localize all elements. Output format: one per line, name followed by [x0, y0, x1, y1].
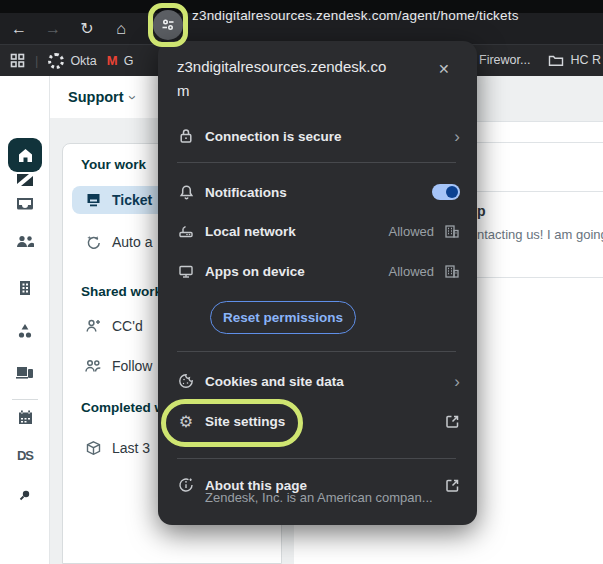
apps-on-device-label: Apps on device — [205, 264, 388, 279]
policy-building-icon — [444, 264, 460, 279]
nav-item-following-label: Follow — [112, 358, 152, 374]
popup-divider — [177, 162, 456, 163]
bookmarks-bar-right: Firewor... HC R — [479, 44, 603, 76]
nav-item-auto-assign-label: Auto a — [112, 234, 152, 250]
nav-item-tickets-label: Ticket — [112, 192, 152, 208]
info-icon — [177, 477, 195, 493]
nav-item-ccd-label: CC'd — [112, 318, 143, 334]
back-icon: ← — [11, 20, 27, 38]
apps-on-device-status: Allowed — [388, 264, 434, 279]
ds-app-icon: DS — [17, 448, 33, 463]
sidebar-item-views[interactable] — [0, 194, 50, 212]
sidebar-item-customers[interactable] — [0, 234, 50, 250]
okta-icon — [48, 53, 64, 69]
person-plus-icon — [84, 318, 102, 334]
zendesk-sidebar: DS — [0, 76, 50, 564]
home-button[interactable]: ⌂ — [106, 16, 136, 42]
bell-icon — [177, 184, 195, 200]
all-bookmarks-button[interactable] — [10, 53, 25, 68]
close-button[interactable]: ✕ — [438, 61, 450, 77]
highlight-ring-site-settings — [161, 399, 303, 447]
toggle-knob — [446, 186, 458, 198]
section-heading-shared-work: Shared work — [81, 284, 162, 299]
policy-building-icon — [444, 224, 460, 239]
connection-secure-row[interactable]: Connection is secure › — [177, 121, 460, 151]
chevron-down-icon: › — [125, 95, 142, 100]
bookmark-gmail-label: G — [124, 54, 134, 68]
bookmarks-separator: | — [35, 53, 38, 68]
cookies-row[interactable]: Cookies and site data › — [177, 366, 460, 396]
bookmark-hc-label: HC R — [570, 53, 601, 67]
popup-divider — [177, 351, 456, 352]
reload-button[interactable]: ↻ — [72, 16, 102, 42]
apps-grid-icon — [10, 53, 25, 68]
sidebar-item-reporting[interactable] — [0, 322, 50, 340]
lock-icon — [177, 128, 195, 144]
local-network-status: Allowed — [388, 224, 434, 239]
forward-button[interactable]: → — [38, 16, 68, 42]
forward-icon: → — [45, 20, 61, 38]
cube-icon — [84, 440, 102, 457]
bookmark-folder-hc[interactable]: HC R — [548, 53, 601, 67]
notifications-toggle[interactable] — [432, 184, 460, 200]
connection-secure-label: Connection is secure — [205, 129, 454, 144]
about-this-page-subtitle: Zendesk, Inc. is an American compan... — [205, 490, 433, 505]
ticket-preview-fragment: ntacting us! I am going to — [477, 227, 603, 242]
section-heading-your-work: Your work — [81, 157, 146, 172]
popup-divider — [177, 458, 456, 459]
section-heading-completed-work: Completed w — [81, 400, 165, 415]
sidebar-item-app-ds[interactable]: DS — [0, 448, 50, 463]
cookies-label: Cookies and site data — [205, 374, 454, 389]
reset-permissions-label: Reset permissions — [223, 310, 343, 325]
folder-icon — [548, 53, 564, 67]
address-bar-url[interactable]: z3ndigitalresources.zendesk.com/agent/ho… — [192, 0, 519, 31]
notifications-label: Notifications — [205, 185, 432, 200]
external-link-icon — [445, 414, 460, 429]
bookmark-okta-label: Okta — [70, 54, 96, 68]
home-filled-icon — [17, 147, 34, 164]
local-network-label: Local network — [205, 224, 388, 239]
local-network-row: Local network Allowed — [177, 216, 460, 246]
people-icon — [84, 358, 102, 374]
sidebar-item-home[interactable] — [8, 138, 42, 172]
reset-permissions-button[interactable]: Reset permissions — [210, 301, 356, 334]
bookmark-gmail[interactable]: M G — [107, 53, 134, 68]
sidebar-item-calendar[interactable] — [0, 409, 50, 426]
bookmark-fireworks[interactable]: Firewor... — [479, 53, 530, 67]
chevron-right-icon: › — [454, 128, 460, 145]
gmail-icon: M — [107, 53, 118, 68]
cookie-icon — [177, 373, 195, 389]
apps-on-device-row: Apps on device Allowed — [177, 256, 460, 286]
auto-assign-icon — [84, 234, 102, 251]
popup-site-title: z3ndigitalresources.zendesk.co m — [177, 55, 441, 103]
product-name: Support — [68, 89, 124, 105]
sidebar-item-search[interactable] — [0, 488, 50, 502]
notifications-row: Notifications — [177, 177, 460, 207]
home-icon: ⌂ — [116, 20, 126, 38]
router-icon — [177, 223, 195, 239]
back-button[interactable]: ← — [4, 16, 34, 42]
ticket-icon — [84, 192, 102, 208]
external-link-icon — [445, 478, 460, 493]
highlight-ring-tune-icon — [148, 3, 188, 47]
bookmark-okta[interactable]: Okta — [48, 53, 96, 69]
sidebar-item-organizations[interactable] — [0, 279, 50, 297]
close-icon: ✕ — [438, 61, 450, 77]
popup-site-title-line1: z3ndigitalresources.zendesk.co — [177, 55, 441, 79]
sidebar-divider — [12, 399, 38, 400]
screenshot-stage: ← → ↻ ⌂ z3ndigitalresources.zendesk.com/… — [0, 0, 603, 564]
product-switcher[interactable]: Support › — [68, 89, 136, 106]
popup-site-title-line2: m — [177, 79, 441, 103]
chevron-right-icon: › — [454, 373, 460, 390]
reload-icon: ↻ — [80, 19, 93, 38]
sidebar-item-guide[interactable] — [0, 364, 50, 381]
monitor-icon — [177, 264, 195, 279]
site-info-popup: z3ndigitalresources.zendesk.co m ✕ Conne… — [158, 41, 477, 525]
nav-item-last-30-label: Last 3 — [112, 440, 150, 456]
ticket-subject-fragment[interactable]: p — [477, 203, 486, 219]
